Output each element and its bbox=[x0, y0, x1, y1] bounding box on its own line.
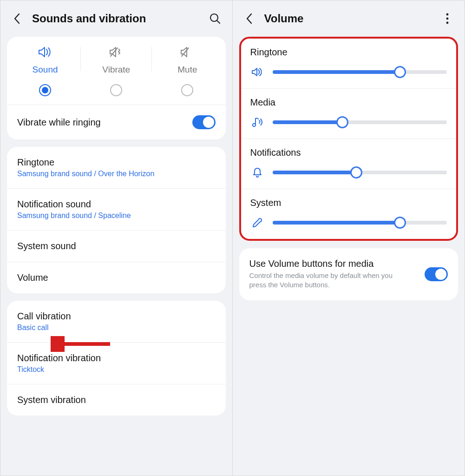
system-slider[interactable] bbox=[273, 217, 447, 229]
notification-sound-row[interactable]: Notification sound Samsung brand sound /… bbox=[7, 189, 226, 231]
radio-sound[interactable] bbox=[39, 84, 51, 96]
mode-mute[interactable]: Mute bbox=[152, 43, 223, 75]
svg-point-8 bbox=[252, 124, 255, 126]
ringtone-slider[interactable] bbox=[273, 66, 447, 78]
volume-sliders-card: Ringtone Media bbox=[239, 37, 458, 241]
vibrate-icon bbox=[108, 43, 124, 61]
vibrate-while-ringing-row[interactable]: Vibrate while ringing bbox=[7, 105, 226, 139]
media-icon bbox=[250, 117, 264, 128]
call-vibration-row[interactable]: Call vibration Basic call bbox=[7, 301, 226, 343]
use-volume-buttons-toggle[interactable] bbox=[425, 267, 448, 281]
ringtone-slider-row: Ringtone bbox=[241, 39, 457, 89]
notifications-slider[interactable] bbox=[273, 166, 447, 178]
use-volume-buttons-card: Use Volume buttons for media Control the… bbox=[239, 248, 458, 300]
media-slider[interactable] bbox=[273, 116, 447, 128]
use-volume-buttons-row[interactable]: Use Volume buttons for media Control the… bbox=[239, 248, 458, 300]
ringtone-icon bbox=[250, 67, 264, 77]
svg-point-5 bbox=[446, 13, 449, 16]
mode-sound[interactable]: Sound bbox=[10, 43, 80, 75]
svg-point-7 bbox=[446, 22, 449, 24]
media-slider-row: Media bbox=[241, 89, 457, 139]
volume-screen: Volume Ringtone bbox=[233, 0, 465, 476]
svg-point-6 bbox=[446, 18, 449, 20]
back-icon[interactable] bbox=[241, 11, 257, 26]
radio-vibrate[interactable] bbox=[110, 84, 122, 96]
back-icon[interactable] bbox=[9, 11, 25, 26]
radio-mute[interactable] bbox=[181, 84, 193, 96]
system-vibration-row[interactable]: System vibration bbox=[7, 384, 226, 416]
system-slider-row: System bbox=[241, 189, 457, 239]
vibration-card: Call vibration Basic call Notification v… bbox=[7, 301, 226, 416]
sound-icon bbox=[37, 43, 53, 61]
page-title: Volume bbox=[264, 12, 432, 25]
ringtone-row[interactable]: Ringtone Samsung brand sound / Over the … bbox=[7, 147, 226, 189]
search-icon[interactable] bbox=[207, 11, 223, 26]
sounds-and-vibration-screen: Sounds and vibration Sound bbox=[0, 0, 233, 476]
vibrate-while-ringing-toggle[interactable] bbox=[192, 115, 216, 129]
more-icon[interactable] bbox=[439, 11, 455, 26]
mute-icon bbox=[179, 43, 195, 61]
notification-vibration-row[interactable]: Notification vibration Ticktock bbox=[7, 343, 226, 384]
svg-line-1 bbox=[217, 20, 220, 23]
sounds-card: Ringtone Samsung brand sound / Over the … bbox=[7, 147, 226, 293]
system-icon bbox=[250, 217, 264, 229]
sound-mode-card: Sound Vibrate bbox=[7, 37, 226, 139]
volume-row[interactable]: Volume bbox=[7, 262, 226, 293]
notifications-icon bbox=[250, 167, 264, 178]
page-title: Sounds and vibration bbox=[32, 12, 200, 25]
system-sound-row[interactable]: System sound bbox=[7, 231, 226, 262]
notifications-slider-row: Notifications bbox=[241, 139, 457, 189]
mode-vibrate[interactable]: Vibrate bbox=[81, 43, 151, 75]
